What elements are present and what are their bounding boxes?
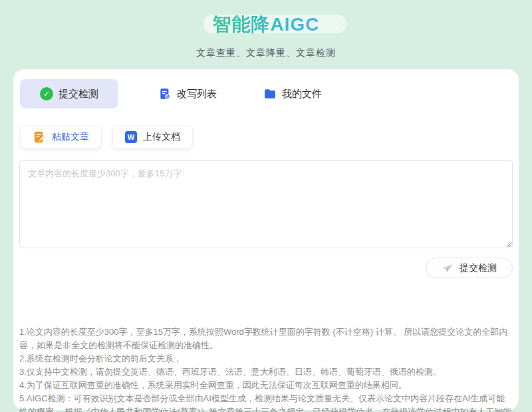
action-button-row: 粘贴文章 W 上传文档 [20, 126, 513, 148]
tab-my-files[interactable]: 我的文件 [257, 79, 329, 108]
submit-button-label: 提交检测 [460, 262, 497, 274]
note-line-5: 5.AIGC检测：可有效识别文本是否部分或全部由AI模型生成，检测结果与论文质量… [19, 392, 513, 412]
tab-label: 改写列表 [177, 88, 217, 101]
page-header: 智能降AIGC 文章查重、文章降重、文章检测 [0, 0, 532, 59]
folder-icon [263, 87, 277, 101]
note-line-4: 4.为了保证互联网查重的准确性，系统采用实时全网查重，因此无法保证每次互联网查重… [19, 379, 513, 392]
word-doc-icon: W [125, 131, 137, 143]
notes-section: 1.论文内容的长度至少300字，至多15万字，系统按照Word字数统计里面的字符… [19, 325, 513, 412]
main-card: ✓ 提交检测 改写列表 我的文件 [13, 69, 519, 410]
tab-submit-check[interactable]: ✓ 提交检测 [20, 79, 118, 108]
submit-check-button[interactable]: 提交检测 [426, 258, 513, 278]
upload-doc-button[interactable]: W 上传文档 [112, 126, 193, 148]
upload-button-label: 上传文档 [143, 131, 180, 143]
paste-note-icon [33, 130, 46, 144]
tab-bar: ✓ 提交检测 改写列表 我的文件 [20, 79, 513, 108]
tab-label: 提交检测 [59, 88, 98, 101]
note-line-3: 3.仅支持中文检测，请勿提交英语、德语、西班牙语、法语、意大利语、日语、韩语、葡… [19, 365, 513, 379]
article-content-input[interactable] [19, 160, 513, 248]
check-circle-icon: ✓ [40, 87, 53, 101]
rewrite-list-icon [158, 87, 172, 101]
submit-row: 提交检测 [19, 258, 513, 278]
paper-plane-icon [442, 262, 454, 274]
tab-rewrite-list[interactable]: 改写列表 [152, 79, 223, 108]
paste-button-label: 粘贴文章 [52, 131, 89, 143]
paste-article-button[interactable]: 粘贴文章 [20, 126, 102, 148]
page-title-area: 智能降AIGC [213, 12, 320, 37]
note-line-1: 1.论文内容的长度至少300字，至多15万字，系统按照Word字数统计里面的字符… [19, 325, 513, 352]
note-line-2: 2.系统在检测时会分析论文的前后文关系， [19, 352, 513, 365]
page-subtitle: 文章查重、文章降重、文章检测 [0, 47, 532, 59]
page-title: 智能降AIGC [213, 12, 320, 37]
tab-label: 我的文件 [282, 88, 322, 101]
